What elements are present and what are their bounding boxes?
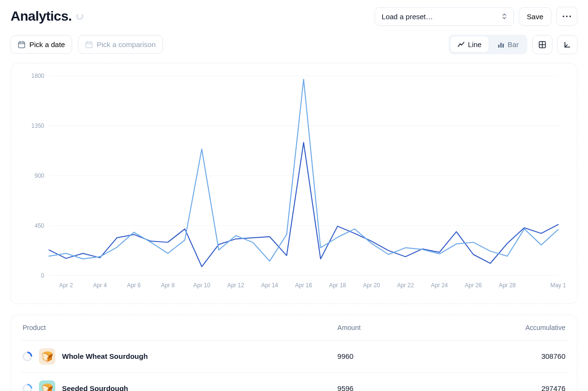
- page-title: Analytics.: [11, 9, 72, 24]
- table-card: Product Amount Accumulative 🍞Whole Wheat…: [11, 315, 577, 391]
- x-tick-label: Apr 14: [261, 282, 278, 289]
- load-preset-label: Load a preset…: [382, 12, 433, 21]
- pick-date-label: Pick a date: [29, 40, 65, 49]
- product-name: Seeded Sourdough: [62, 384, 128, 391]
- table-row[interactable]: 🍞Seeded Sourdough9596297476: [20, 373, 568, 391]
- accum-cell: 308760: [457, 352, 565, 360]
- grid-icon: [538, 41, 546, 49]
- y-tick-label: 1350: [31, 122, 44, 129]
- chart-series: [49, 143, 558, 267]
- y-tick-label: 0: [41, 272, 44, 279]
- svg-rect-12: [500, 43, 501, 48]
- table-row[interactable]: 🍞Whole Wheat Sourdough9960308760: [20, 341, 568, 373]
- save-button[interactable]: Save: [519, 7, 551, 26]
- seg-bar-label: Bar: [508, 40, 519, 49]
- calendar-icon: [85, 41, 93, 49]
- x-tick-label: Apr 16: [295, 282, 313, 289]
- product-thumb: 🍞: [39, 380, 55, 391]
- more-menu-button[interactable]: [556, 7, 577, 26]
- collapse-button[interactable]: [557, 35, 577, 54]
- chevron-up-down-icon: [502, 13, 507, 20]
- svg-point-0: [563, 15, 564, 17]
- chart-type-segmented: Line Bar: [449, 35, 527, 54]
- load-preset-select[interactable]: Load a preset…: [375, 7, 514, 26]
- pick-comparison-button[interactable]: Pick a comparison: [78, 35, 163, 54]
- x-tick-label: Apr 2: [59, 282, 73, 289]
- grid-view-button[interactable]: [532, 35, 552, 54]
- seg-line[interactable]: Line: [450, 37, 488, 52]
- x-tick-label: Apr 24: [431, 282, 448, 289]
- line-chart[interactable]: 045090013501800Apr 2Apr 4Apr 6Apr 8Apr 1…: [23, 72, 565, 293]
- loading-spinner-icon: [76, 13, 83, 20]
- y-tick-label: 900: [35, 172, 44, 179]
- accum-cell: 297476: [457, 384, 565, 391]
- pick-comparison-label: Pick a comparison: [97, 40, 156, 49]
- x-tick-label: Apr 10: [193, 282, 211, 289]
- col-accum[interactable]: Accumulative: [457, 324, 565, 331]
- chart-card: 045090013501800Apr 2Apr 4Apr 6Apr 8Apr 1…: [11, 63, 577, 304]
- col-amount[interactable]: Amount: [338, 324, 457, 331]
- pick-date-button[interactable]: Pick a date: [11, 35, 72, 54]
- amount-cell: 9596: [338, 384, 457, 391]
- y-tick-label: 1800: [31, 73, 44, 79]
- seg-bar[interactable]: Bar: [490, 37, 525, 52]
- svg-rect-11: [498, 45, 500, 48]
- corner-down-left-icon: [563, 41, 571, 49]
- calendar-icon: [18, 41, 25, 49]
- x-tick-label: Apr 22: [397, 282, 414, 289]
- x-tick-label: Apr 6: [127, 282, 141, 289]
- y-tick-label: 450: [35, 222, 44, 229]
- seg-line-label: Line: [468, 40, 481, 49]
- table-header: Product Amount Accumulative: [20, 315, 568, 341]
- x-tick-label: May 1: [550, 282, 565, 289]
- x-tick-label: Apr 20: [363, 282, 380, 289]
- svg-rect-3: [19, 42, 25, 48]
- x-tick-label: Apr 4: [93, 282, 107, 289]
- more-horizontal-icon: [563, 15, 571, 17]
- x-tick-label: Apr 18: [329, 282, 346, 289]
- x-tick-label: Apr 8: [161, 282, 175, 289]
- x-tick-label: Apr 28: [499, 282, 516, 289]
- col-product[interactable]: Product: [23, 324, 338, 331]
- svg-rect-13: [502, 44, 504, 48]
- x-tick-label: Apr 26: [465, 282, 482, 289]
- progress-ring-icon: [23, 384, 32, 391]
- svg-point-1: [566, 15, 567, 17]
- product-thumb: 🍞: [39, 348, 55, 365]
- x-tick-label: Apr 12: [227, 282, 245, 289]
- line-chart-icon: [457, 41, 465, 49]
- bar-chart-icon: [497, 41, 505, 49]
- svg-rect-7: [86, 42, 92, 48]
- chart-series: [49, 79, 558, 261]
- progress-ring-icon: [23, 352, 32, 361]
- amount-cell: 9960: [338, 352, 457, 360]
- svg-point-2: [569, 15, 571, 17]
- product-name: Whole Wheat Sourdough: [62, 352, 148, 360]
